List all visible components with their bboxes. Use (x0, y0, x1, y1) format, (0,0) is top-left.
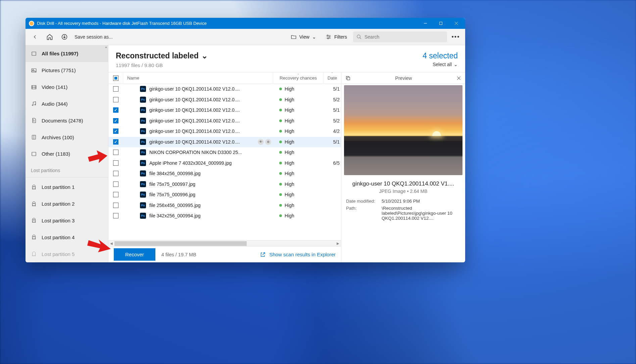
column-header-date[interactable]: ⌃ Date (324, 72, 341, 84)
table-row[interactable]: PsNIKON CORPORATION NIKON D3300 25...Hig… (108, 147, 341, 158)
breadcrumb-dropdown[interactable]: Reconstructed labeled ⌄ (116, 51, 208, 60)
svg-point-10 (329, 37, 330, 38)
sidebar-item-label: Pictures (7751) (42, 67, 76, 73)
table-row[interactable]: Psfile 384x256_000998.jpgHigh (108, 168, 341, 179)
selection-summary: 4 files / 19.7 MB (161, 252, 196, 257)
search-box[interactable] (353, 32, 447, 42)
row-checkbox[interactable] (113, 171, 118, 176)
table-row[interactable]: Psginkgo-user 10 QKQ1.200114.002 V12.0..… (108, 105, 341, 116)
back-button[interactable] (29, 31, 41, 43)
main-header: Reconstructed labeled ⌄ 11997 files / 9.… (108, 45, 465, 72)
detail-key: Date modified: (346, 199, 378, 204)
sidebar-item-archives[interactable]: Archives (100) (26, 129, 108, 146)
preview-action-icon[interactable]: 👁 (258, 139, 264, 145)
table-row[interactable]: PsApple iPhone 7 4032x3024_000999.jpgHig… (108, 158, 341, 169)
svg-point-28 (33, 203, 34, 204)
sidebar-item-lost-partition-3[interactable]: Lost partition 3 (26, 212, 108, 229)
file-name: ginkgo-user 10 QKQ1.200114.002 V12.0.... (149, 86, 240, 92)
column-header-name[interactable]: Name (123, 72, 273, 84)
search-icon (356, 34, 362, 40)
recovery-label: High (285, 203, 294, 208)
ghost-icon (31, 234, 37, 240)
row-checkbox[interactable] (113, 97, 118, 102)
row-checkbox[interactable] (113, 139, 118, 145)
close-preview-button[interactable] (456, 76, 461, 81)
archives-icon (31, 134, 37, 140)
column-header-recovery[interactable]: ⌄ Recovery chances (273, 72, 324, 84)
horizontal-scrollbar[interactable]: ◀ ▶ (108, 240, 341, 246)
ghost-icon (31, 201, 37, 207)
sidebar-item-lost-partition-1[interactable]: Lost partition 1 (26, 179, 108, 196)
row-checkbox[interactable] (113, 192, 118, 197)
table-row[interactable]: Psginkgo-user 10 QKQ1.200114.002 V12.0..… (108, 116, 341, 126)
ghost-icon (31, 184, 37, 190)
svg-point-29 (34, 203, 35, 204)
recover-button[interactable]: Recover (114, 248, 155, 261)
row-checkbox[interactable] (113, 118, 118, 123)
sidebar-item-documents[interactable]: Documents (2478) (26, 112, 108, 129)
table-row[interactable]: Psfile 75x75_000996.jpgHigh (108, 190, 341, 200)
more-button[interactable]: ••• (450, 34, 462, 41)
recovery-dot-icon (279, 141, 282, 143)
copy-icon[interactable] (345, 75, 351, 81)
sidebar-item-lost-partition-2[interactable]: Lost partition 2 (26, 196, 108, 212)
sidebar-section-header: Lost partitions (26, 162, 108, 176)
photoshop-file-icon: Ps (140, 160, 146, 166)
svg-rect-1 (439, 22, 442, 25)
row-checkbox[interactable] (113, 150, 118, 155)
sidebar-scroll-up[interactable]: ▲ (104, 45, 108, 55)
table-row[interactable]: Psfile 75x75_000997.jpgHigh (108, 179, 341, 190)
photoshop-file-icon: Ps (140, 149, 146, 155)
row-checkbox[interactable] (113, 107, 118, 113)
recovery-dot-icon (279, 130, 282, 133)
table-body: Psginkgo-user 10 QKQ1.200114.002 V12.0..… (108, 84, 341, 240)
sidebar-item-other[interactable]: Other (1183) (26, 146, 108, 162)
sidebar-item-all-files[interactable]: All files (11997) (26, 45, 108, 62)
maximize-button[interactable] (433, 18, 448, 29)
sidebar-item-audio[interactable]: Audio (344) (26, 95, 108, 112)
scrollbar-thumb[interactable] (114, 241, 247, 246)
row-checkbox[interactable] (113, 213, 118, 218)
close-button[interactable] (448, 18, 464, 29)
recovery-dot-icon (279, 214, 282, 217)
sidebar-item-video[interactable]: Video (141) (26, 79, 108, 96)
show-in-explorer-link[interactable]: Show scan results in Explorer (260, 252, 336, 258)
svg-point-27 (34, 186, 35, 187)
sidebar-item-lost-partition-5[interactable]: Lost partition 5 (26, 246, 108, 262)
select-all-checkbox[interactable] (108, 72, 123, 84)
sidebar-item-lost-partition-4[interactable]: Lost partition 4 (26, 229, 108, 246)
search-input[interactable] (364, 34, 444, 40)
row-checkbox[interactable] (113, 160, 118, 166)
scroll-right-icon[interactable]: ▶ (335, 242, 341, 245)
detail-key: Path: (346, 206, 378, 221)
table-row[interactable]: Psginkgo-user 10 QKQ1.200114.002 V12.0..… (108, 95, 341, 105)
file-name: ginkgo-user 10 QKQ1.200114.002 V12.0.... (149, 97, 240, 102)
row-checkbox[interactable] (113, 181, 118, 187)
row-checkbox[interactable] (113, 86, 118, 92)
file-name: ginkgo-user 10 QKQ1.200114.002 V12.0.... (149, 128, 240, 134)
table-row[interactable]: Psginkgo-user 10 QKQ1.200114.002 V12.0..… (108, 126, 341, 137)
table-row[interactable]: Psginkgo-user 10 QKQ1.200114.002 V12.0..… (108, 137, 341, 148)
table-row[interactable]: Psfile 256x456_000995.jpgHigh (108, 200, 341, 211)
save-session-label[interactable]: Save session as... (75, 34, 113, 40)
window-title: Disk Drill - All recovery methods - Hard… (37, 21, 207, 26)
filters-button[interactable]: Filters (322, 32, 350, 42)
row-checkbox[interactable] (113, 203, 118, 208)
row-checkbox[interactable] (113, 128, 118, 134)
sidebar-item-pictures[interactable]: Pictures (7751) (26, 62, 108, 79)
file-name: file 75x75_000996.jpg (149, 192, 195, 197)
file-name: ginkgo-user 10 QKQ1.200114.002 V12.0.... (149, 118, 240, 123)
hex-action-icon[interactable]: ⊕ (265, 139, 271, 145)
table-row[interactable]: Psfile 342x256_000994.jpgHigh (108, 211, 341, 221)
home-button[interactable] (44, 31, 56, 43)
scroll-left-icon[interactable]: ◀ (108, 242, 114, 245)
select-all-button[interactable]: Select all ⌄ (423, 62, 458, 67)
all-files-icon (31, 51, 37, 57)
save-session-icon[interactable] (58, 31, 70, 43)
table-row[interactable]: Psginkgo-user 10 QKQ1.200114.002 V12.0..… (108, 84, 341, 95)
date-cell: 4/2 (324, 128, 341, 134)
view-dropdown[interactable]: View ⌄ (287, 32, 320, 42)
recovery-label: High (285, 150, 294, 155)
photoshop-file-icon: Ps (140, 181, 146, 187)
minimize-button[interactable] (418, 18, 433, 29)
